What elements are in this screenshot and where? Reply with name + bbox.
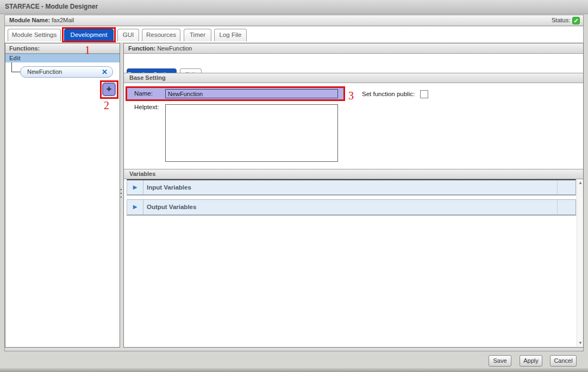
variables-scrollbar[interactable]: ▲ ▼ bbox=[577, 179, 583, 346]
tab-timer[interactable]: Timer bbox=[184, 29, 211, 41]
row-column-divider bbox=[557, 200, 558, 215]
name-row-highlight: Name: bbox=[126, 86, 345, 101]
module-name-label: Module Name: bbox=[9, 17, 50, 23]
set-function-public-checkbox[interactable] bbox=[420, 90, 428, 98]
status-check-icon: ✓ bbox=[572, 17, 580, 24]
panel-splitter-handle[interactable] bbox=[120, 186, 122, 199]
row-column-divider bbox=[557, 180, 558, 194]
module-designer-screen: STARFACE - Module Designer Module Name: … bbox=[0, 0, 588, 372]
expand-arrow-icon[interactable]: ▶ bbox=[133, 204, 137, 210]
function-header-value: NewFunction bbox=[157, 45, 192, 52]
input-variables-expand-cell[interactable]: ▶ bbox=[127, 180, 143, 194]
scroll-up-icon[interactable]: ▲ bbox=[577, 180, 584, 185]
window-title: STARFACE - Module Designer bbox=[5, 3, 98, 10]
base-setting-header: Base Setting bbox=[124, 73, 583, 83]
tree-item-label: NewFunction bbox=[27, 68, 62, 75]
variables-header: Variables bbox=[124, 169, 583, 179]
tab-log-file[interactable]: Log File bbox=[214, 29, 247, 41]
window-title-bar: STARFACE - Module Designer bbox=[0, 0, 588, 14]
module-name-value: fax2Mail bbox=[52, 17, 74, 23]
function-name-input[interactable] bbox=[165, 89, 338, 98]
output-variables-expand-cell[interactable]: ▶ bbox=[127, 200, 143, 215]
function-header-bar: Function: NewFunction bbox=[124, 43, 583, 54]
output-variables-label: Output Variables bbox=[147, 200, 196, 214]
functions-panel-header: Functions: bbox=[5, 43, 120, 54]
helptext-textarea[interactable] bbox=[165, 104, 338, 162]
tab-module-settings[interactable]: Module Settings bbox=[8, 29, 61, 41]
tab-gui[interactable]: GUI bbox=[117, 29, 139, 41]
functions-group-edit[interactable]: Edit bbox=[5, 54, 120, 62]
window-bottom-edge bbox=[0, 368, 588, 372]
apply-button[interactable]: Apply bbox=[520, 355, 542, 367]
module-header-bar: Module Name: fax2Mail bbox=[5, 15, 583, 26]
save-button[interactable]: Save bbox=[489, 355, 511, 367]
tree-item-newfunction[interactable]: NewFunction ✕ bbox=[20, 66, 113, 78]
tab-resources[interactable]: Resources bbox=[142, 29, 180, 41]
tree-connector-horizontal bbox=[11, 72, 21, 72]
helptext-label: Helptext: bbox=[134, 104, 159, 110]
expand-arrow-icon[interactable]: ▶ bbox=[133, 184, 137, 190]
input-variables-row[interactable]: ▶ Input Variables bbox=[127, 179, 576, 196]
output-variables-row[interactable]: ▶ Output Variables bbox=[127, 199, 576, 216]
input-variables-label: Input Variables bbox=[147, 180, 191, 194]
scroll-down-icon[interactable]: ▼ bbox=[577, 341, 584, 345]
tab-development[interactable]: Development bbox=[64, 29, 114, 41]
add-function-button[interactable]: + bbox=[102, 83, 116, 96]
tree-connector-vertical bbox=[11, 62, 12, 72]
name-label: Name: bbox=[134, 88, 153, 99]
cancel-button[interactable]: Cancel bbox=[550, 355, 577, 367]
main-tab-strip: Module Settings Development GUI Resource… bbox=[5, 27, 583, 42]
delete-function-icon[interactable]: ✕ bbox=[102, 67, 108, 77]
set-function-public-label: Set function public: bbox=[362, 91, 415, 97]
function-header-label: Function: bbox=[128, 45, 155, 52]
